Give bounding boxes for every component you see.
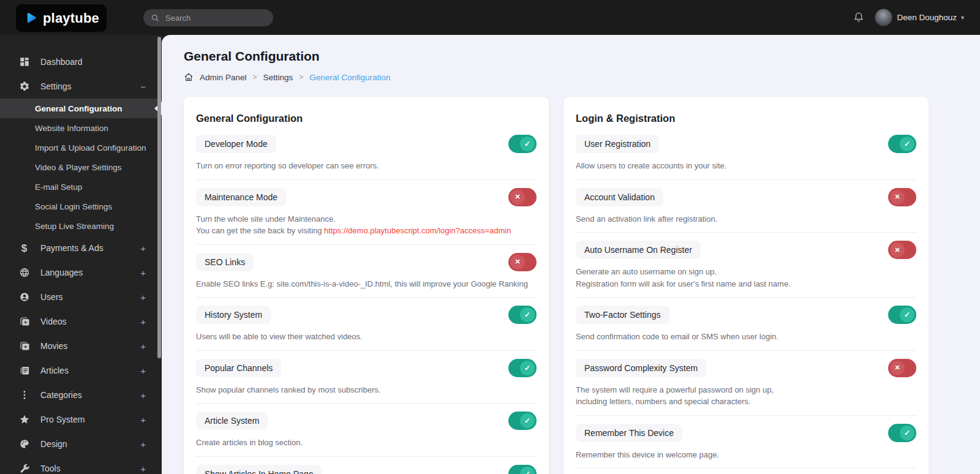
home-icon[interactable] — [184, 72, 194, 82]
seo-links-toggle[interactable]: ✕ — [508, 253, 537, 271]
description-line: Users will be able to view their watched… — [196, 331, 537, 343]
sidebar-subitem-general-configuration[interactable]: General Configuration — [0, 99, 162, 118]
logo-text: playtube — [43, 10, 99, 26]
expand-plus-icon[interactable]: + — [140, 390, 146, 401]
x-icon: ✕ — [890, 243, 905, 257]
sidebar-subitem-social-login-settings[interactable]: Social Login Settings — [0, 197, 162, 216]
sidebar-item-languages[interactable]: Languages+ — [0, 260, 162, 285]
sidebar-item-pro-system[interactable]: Pro System+ — [0, 407, 162, 432]
setting-label: Remember This Device — [576, 424, 682, 442]
expand-plus-icon[interactable]: + — [140, 243, 146, 254]
setting-row-show-articles-in-home-page: Show Articles In Home Page✓ — [196, 457, 537, 474]
sidebar-item-movies[interactable]: Movies+ — [0, 334, 162, 358]
setting-row-remember-this-device: Remember This Device✓Remember this devic… — [576, 416, 916, 469]
sidebar-item-label: Movies — [40, 341, 130, 351]
setting-row-user-registration: User Registration✓Allow users to create … — [576, 127, 916, 180]
setting-description: Turn the whole site under Maintenance.Yo… — [196, 213, 537, 237]
remember-this-device-toggle[interactable]: ✓ — [888, 424, 916, 442]
user-menu[interactable]: Deen Doughouz ▾ — [875, 9, 964, 26]
sidebar-item-dashboard[interactable]: Dashboard — [0, 50, 162, 74]
setting-row-password-complexity-system: Password Complexity System✕The system wi… — [576, 351, 916, 416]
popular-channels-toggle[interactable]: ✓ — [508, 359, 537, 377]
expand-plus-icon[interactable]: + — [140, 366, 146, 376]
x-icon: ✕ — [510, 190, 525, 205]
breadcrumb-settings[interactable]: Settings — [263, 73, 293, 82]
two-factor-settings-toggle[interactable]: ✓ — [888, 306, 916, 324]
expand-plus-icon[interactable]: + — [140, 439, 146, 450]
maintenance-mode-toggle[interactable]: ✕ — [508, 188, 537, 206]
subitem-label: Setup Live Streaming — [35, 222, 114, 231]
setting-row-head-account-validation: Account Validation✕ — [576, 188, 916, 206]
description-line: Turn the whole site under Maintenance. — [196, 213, 537, 225]
expand-plus-icon[interactable]: + — [140, 415, 146, 425]
page-head: General Configuration — [184, 49, 980, 64]
settings-submenu: General ConfigurationWebsite Information… — [0, 99, 162, 236]
description-line: Create articles in blog section. — [196, 437, 537, 449]
sidebar-subitem-e-mail-setup[interactable]: E-mail Setup — [0, 177, 162, 197]
description-line: Send an activation link after registrati… — [576, 213, 916, 225]
setting-row-maintenance-mode: Maintenance Mode✕Turn the whole site und… — [196, 180, 537, 245]
cards-row: General Configuration Developer Mode✓Tur… — [184, 97, 980, 474]
setting-label: Show Articles In Home Page — [196, 465, 322, 474]
check-icon: ✓ — [900, 137, 914, 151]
subitem-label: General Configuration — [35, 104, 123, 113]
setting-row-head-user-registration: User Registration✓ — [576, 135, 916, 153]
dashboard-icon — [18, 56, 30, 68]
user-registration-toggle[interactable]: ✓ — [888, 135, 916, 153]
setting-description: Create articles in blog section. — [196, 437, 537, 449]
setting-row-head-popular-channels: Popular Channels✓ — [196, 359, 537, 377]
setting-label: Popular Channels — [196, 359, 281, 377]
collapse-minus-icon[interactable]: − — [140, 81, 146, 92]
card-title: General Configuration — [196, 113, 537, 124]
auto-username-on-register-toggle[interactable]: ✕ — [888, 241, 916, 259]
sidebar-item-design[interactable]: Design+ — [0, 432, 162, 456]
setting-description: Turn on error reporting so developer can… — [196, 160, 537, 172]
sidebar-subitem-setup-live-streaming[interactable]: Setup Live Streaming — [0, 216, 162, 236]
expand-plus-icon[interactable]: + — [140, 268, 146, 278]
sidebar-item-videos[interactable]: Videos+ — [0, 309, 162, 334]
setting-row-popular-channels: Popular Channels✓Show popular channels r… — [196, 351, 537, 404]
developer-mode-toggle[interactable]: ✓ — [508, 135, 537, 153]
sidebar-subitem-video-player-settings[interactable]: Video & Player Settings — [0, 157, 162, 177]
sidebar-item-label: Payments & Ads — [40, 243, 130, 253]
expand-plus-icon[interactable]: + — [140, 464, 146, 474]
palette-icon — [18, 438, 30, 450]
expand-plus-icon[interactable]: + — [140, 341, 146, 352]
sidebar-subitem-import-upload-configuration[interactable]: Import & Upload Configuration — [0, 138, 162, 157]
sidebar-subitem-website-information[interactable]: Website Information — [0, 118, 162, 138]
sidebar-item-payments-ads[interactable]: $Payments & Ads+ — [0, 236, 162, 260]
page-title: General Configuration — [184, 49, 980, 64]
setting-label: Maintenance Mode — [196, 188, 286, 206]
expand-plus-icon[interactable]: + — [140, 317, 146, 327]
search-input[interactable] — [164, 13, 266, 23]
sidebar-item-label: Users — [40, 292, 130, 302]
description-line: Show popular channels ranked by most sub… — [196, 384, 537, 396]
sidebar-item-categories[interactable]: Categories+ — [0, 383, 162, 407]
expand-plus-icon[interactable]: + — [140, 292, 146, 303]
sidebar-item-users[interactable]: Users+ — [0, 285, 162, 309]
search-bar[interactable] — [143, 9, 273, 26]
setting-row-auto-username-on-register: Auto Username On Register✕Generate an au… — [576, 233, 916, 298]
password-complexity-system-toggle[interactable]: ✕ — [888, 359, 916, 377]
setting-label: Two-Factor Settings — [576, 306, 669, 324]
admin-access-link[interactable]: https://demo.playtubescript.com/login?ac… — [324, 226, 511, 235]
search-icon — [151, 13, 159, 22]
notifications-bell-icon[interactable] — [853, 12, 864, 23]
sidebar-item-articles[interactable]: Articles+ — [0, 358, 162, 383]
history-system-toggle[interactable]: ✓ — [508, 306, 537, 324]
sidebar-scrollbar[interactable] — [157, 37, 161, 358]
setting-description: Send confirmation code to email or SMS w… — [576, 331, 916, 343]
show-articles-in-home-page-toggle[interactable]: ✓ — [508, 465, 537, 474]
account-validation-toggle[interactable]: ✕ — [888, 188, 916, 206]
x-icon: ✕ — [890, 361, 905, 375]
sidebar-item-settings[interactable]: Settings− — [0, 74, 162, 99]
playtube-logo[interactable]: playtube — [16, 4, 107, 32]
sidebar-item-tools[interactable]: Tools+ — [0, 456, 162, 474]
setting-row-developer-mode: Developer Mode✓Turn on error reporting s… — [196, 127, 537, 180]
breadcrumb-admin-panel[interactable]: Admin Panel — [200, 73, 247, 82]
setting-row-head-history-system: History System✓ — [196, 306, 537, 324]
article-system-toggle[interactable]: ✓ — [508, 412, 537, 430]
avatar[interactable] — [875, 9, 892, 26]
check-icon: ✓ — [900, 426, 914, 440]
topbar: playtube Deen Doughouz ▾ — [0, 0, 980, 35]
